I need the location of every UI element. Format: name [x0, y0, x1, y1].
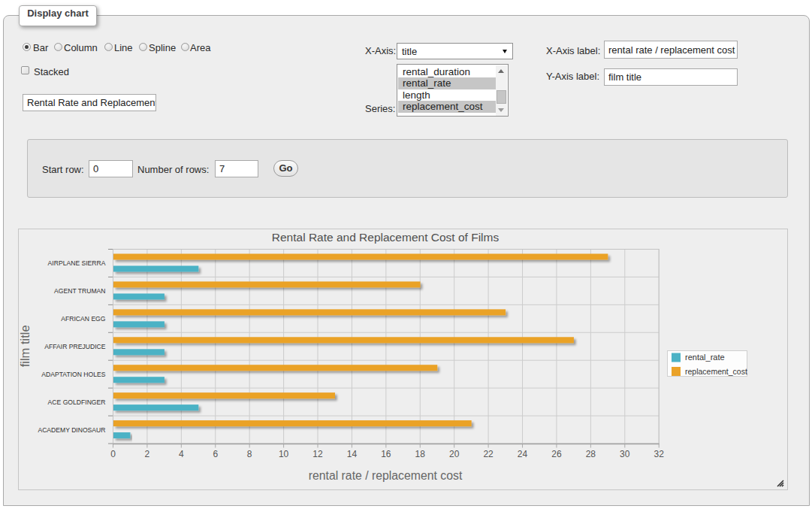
svg-text:0: 0 [110, 449, 116, 459]
svg-text:ACE GOLDFINGER: ACE GOLDFINGER [48, 398, 106, 406]
svg-text:20: 20 [449, 449, 460, 459]
svg-text:2: 2 [145, 449, 150, 459]
svg-text:10: 10 [279, 449, 289, 459]
svg-text:30: 30 [620, 449, 630, 459]
svg-text:rental rate / replacement cost: rental rate / replacement cost [309, 469, 463, 482]
svg-text:film title: film title [18, 325, 32, 367]
svg-text:14: 14 [347, 449, 358, 459]
svg-text:AFRICAN EGG: AFRICAN EGG [61, 315, 106, 323]
svg-text:ADAPTATION HOLES: ADAPTATION HOLES [41, 371, 105, 378]
svg-text:16: 16 [381, 449, 391, 459]
svg-text:12: 12 [312, 449, 323, 459]
svg-text:24: 24 [518, 449, 528, 459]
svg-text:AIRPLANE SIERRA: AIRPLANE SIERRA [48, 259, 106, 267]
svg-text:32: 32 [654, 449, 665, 459]
svg-text:Rental Rate and Replacement Co: Rental Rate and Replacement Cost of Film… [272, 231, 500, 244]
svg-text:replacement_cost: replacement_cost [685, 367, 747, 376]
svg-text:AGENT TRUMAN: AGENT TRUMAN [54, 287, 105, 295]
svg-text:4: 4 [179, 449, 184, 459]
svg-text:ACADEMY DINOSAUR: ACADEMY DINOSAUR [38, 426, 105, 434]
svg-text:18: 18 [415, 449, 426, 459]
svg-text:22: 22 [483, 449, 494, 459]
svg-text:28: 28 [586, 449, 596, 459]
svg-text:8: 8 [247, 449, 252, 459]
svg-text:6: 6 [213, 449, 218, 459]
svg-text:rental_rate: rental_rate [685, 353, 725, 362]
svg-text:26: 26 [551, 449, 562, 459]
svg-text:AFFAIR PREJUDICE: AFFAIR PREJUDICE [44, 343, 105, 350]
